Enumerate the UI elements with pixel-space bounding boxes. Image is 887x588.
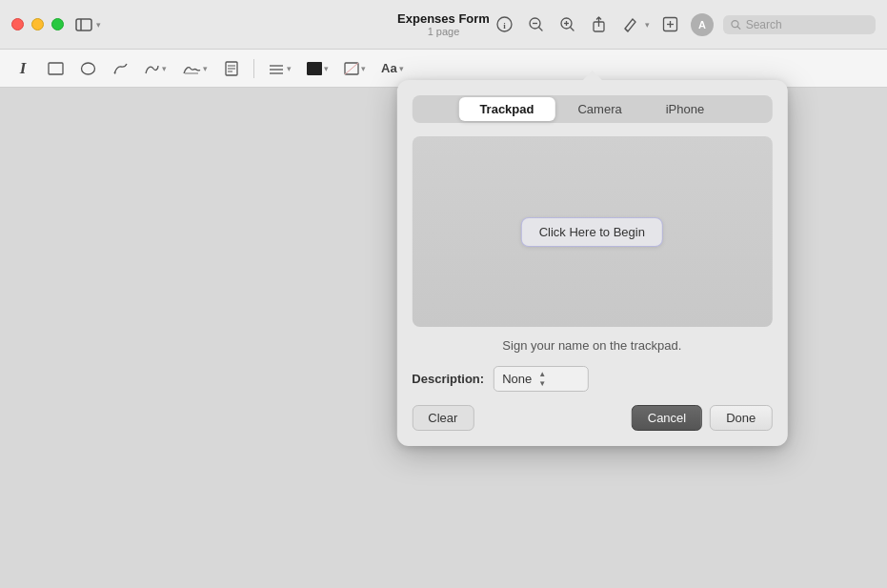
border-chevron-icon: ▾ (324, 64, 329, 73)
footer-right-buttons: Cancel Done (632, 405, 773, 431)
window-title-section: Expenses Form 1 page (397, 11, 490, 37)
minimize-button[interactable] (31, 18, 44, 30)
title-bar-right: i (494, 13, 876, 36)
pen-tool[interactable] (107, 55, 133, 82)
font-dropdown[interactable]: Aa ▾ (376, 58, 409, 78)
sidebar-toggle[interactable]: ▾ (75, 16, 101, 33)
svg-line-30 (345, 63, 358, 74)
shapes-chevron-icon: ▾ (162, 64, 167, 73)
svg-rect-0 (76, 19, 91, 30)
fill-chevron-icon: ▾ (361, 64, 366, 73)
svg-rect-28 (308, 63, 321, 74)
clear-button[interactable]: Clear (412, 405, 474, 431)
camera-tab[interactable]: Camera (556, 97, 642, 121)
svg-line-6 (539, 28, 543, 31)
main-content: Trackpad Camera iPhone Click Here to Beg… (0, 88, 887, 588)
window-subtitle: 1 page (397, 26, 490, 37)
close-button[interactable] (11, 18, 24, 30)
description-row: Description: None ▲ ▼ (412, 366, 772, 392)
window-title: Expenses Form (397, 11, 490, 26)
chevron-down-icon: ▾ (96, 20, 101, 30)
svg-point-20 (81, 63, 94, 74)
description-select[interactable]: None ▲ ▼ (494, 366, 589, 392)
search-box[interactable] (723, 15, 876, 34)
add-box-button[interactable] (659, 13, 681, 35)
lines-chevron-icon: ▾ (287, 64, 292, 73)
title-bar: ▾ Expenses Form 1 page i (0, 0, 887, 50)
description-select-input[interactable]: None (502, 372, 533, 386)
share-button[interactable] (588, 13, 610, 35)
tab-selector: Trackpad Camera iPhone (412, 95, 772, 123)
svg-rect-19 (49, 63, 63, 74)
fill-dropdown[interactable]: ▾ (339, 59, 371, 78)
markup-button[interactable] (619, 13, 641, 35)
sign-instruction: Sign your name on the trackpad. (412, 338, 772, 353)
maximize-button[interactable] (51, 18, 64, 30)
zoom-in-button[interactable] (556, 13, 578, 35)
border-dropdown[interactable]: ▾ (302, 59, 333, 78)
click-here-button[interactable]: Click Here to Begin (521, 217, 663, 247)
search-icon (731, 19, 741, 30)
markup-chevron-icon: ▾ (645, 20, 650, 30)
lines-dropdown[interactable]: ▾ (263, 59, 296, 78)
trackpad-tab[interactable]: Trackpad (458, 97, 554, 121)
sign-chevron-icon: ▾ (203, 64, 208, 73)
shapes-dropdown[interactable]: ▾ (139, 59, 171, 78)
description-label: Description: (412, 372, 484, 386)
iphone-tab[interactable]: iPhone (645, 97, 725, 121)
cancel-button[interactable]: Cancel (632, 405, 702, 431)
separator-1 (253, 59, 254, 78)
svg-line-13 (625, 29, 628, 31)
drawing-area[interactable]: Click Here to Begin (412, 136, 772, 327)
zoom-out-button[interactable] (525, 13, 547, 35)
profile-button[interactable]: A (691, 13, 714, 36)
text-cursor-tool[interactable]: I (10, 55, 36, 82)
rectangle-tool[interactable] (42, 55, 69, 82)
stepper-arrows: ▲ ▼ (538, 370, 546, 388)
popover-footer: Clear Cancel Done (412, 405, 772, 431)
sign-dropdown[interactable]: ▾ (177, 59, 212, 78)
traffic-lights (11, 18, 64, 30)
svg-line-10 (571, 28, 575, 31)
svg-line-18 (737, 26, 740, 29)
font-chevron-icon: ▾ (399, 64, 404, 73)
circle-tool[interactable] (74, 55, 101, 82)
font-label: Aa (381, 61, 397, 75)
done-button[interactable]: Done (710, 405, 772, 431)
search-input[interactable] (746, 18, 868, 31)
svg-text:i: i (503, 21, 506, 30)
info-button[interactable]: i (494, 13, 515, 35)
signature-popover: Trackpad Camera iPhone Click Here to Beg… (396, 80, 787, 446)
page-tool[interactable] (218, 55, 245, 82)
